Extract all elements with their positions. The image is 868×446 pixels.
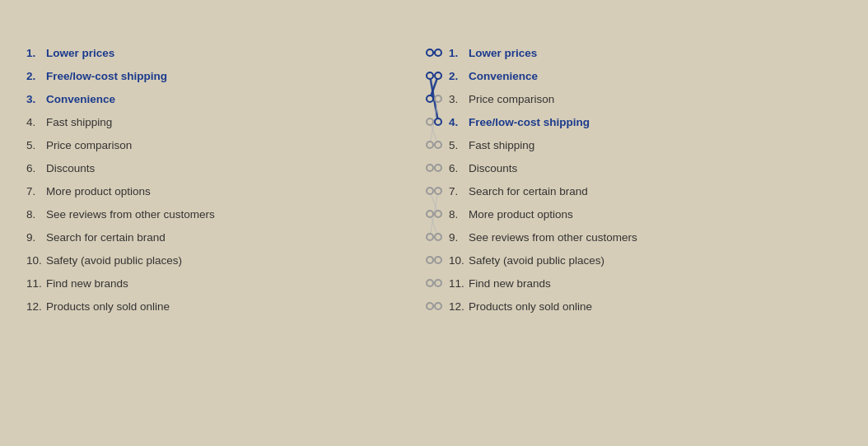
left-dot xyxy=(426,141,434,149)
list-item: 9.Search for certain brand xyxy=(26,225,434,249)
item-rank: 2. xyxy=(449,70,469,82)
item-rank: 6. xyxy=(449,162,469,174)
item-rank: 9. xyxy=(26,231,46,244)
item-rank: 10. xyxy=(449,254,469,267)
left-dot xyxy=(426,279,434,287)
list-item: 1.Lower prices xyxy=(26,41,434,64)
item-rank: 4. xyxy=(449,116,469,128)
item-label: Safety (avoid public places) xyxy=(46,254,419,267)
item-rank: 12. xyxy=(449,300,469,313)
item-label: Free/low-cost shipping xyxy=(469,116,842,128)
list-item: 4.Fast shipping xyxy=(26,110,434,133)
item-label: Safety (avoid public places) xyxy=(469,254,842,267)
list-item: 9.See reviews from other customers xyxy=(434,225,842,249)
item-label: More product options xyxy=(469,208,842,221)
item-rank: 3. xyxy=(26,93,46,105)
item-rank: 7. xyxy=(26,185,46,197)
list-item: 2.Free/low-cost shipping xyxy=(26,64,434,87)
list-item: 11.Find new brands xyxy=(434,272,842,295)
item-label: Free/low-cost shipping xyxy=(46,70,419,82)
item-label: Lower prices xyxy=(46,47,419,59)
left-list: 1.Lower prices2.Free/low-cost shipping3.… xyxy=(26,41,434,318)
list-item: 5.Fast shipping xyxy=(434,133,842,156)
list-item: 11.Find new brands xyxy=(26,272,434,295)
list-item: 5.Price comparison xyxy=(26,133,434,156)
right-dot xyxy=(434,187,442,195)
left-dot xyxy=(426,233,434,241)
item-label: Search for certain brand xyxy=(46,231,419,244)
list-item: 1.Lower prices xyxy=(434,41,842,64)
item-label: Find new brands xyxy=(46,277,419,290)
item-rank: 11. xyxy=(26,277,46,290)
list-item: 10.Safety (avoid public places) xyxy=(434,249,842,272)
right-dot xyxy=(434,141,442,149)
left-dot xyxy=(426,95,434,103)
item-label: Price comparison xyxy=(469,93,842,105)
left-dot xyxy=(426,72,434,80)
item-label: Fast shipping xyxy=(46,116,419,128)
right-dot xyxy=(434,95,442,103)
item-label: Lower prices xyxy=(469,47,842,59)
right-dot xyxy=(434,118,442,126)
list-item: 8.More product options xyxy=(434,202,842,225)
item-label: Search for certain brand xyxy=(469,185,842,197)
list-item: 4.Free/low-cost shipping xyxy=(434,110,842,133)
item-label: Discounts xyxy=(469,162,842,174)
item-rank: 1. xyxy=(26,47,46,59)
left-dot xyxy=(426,256,434,264)
item-label: Convenience xyxy=(469,70,842,82)
list-item: 7.Search for certain brand xyxy=(434,179,842,202)
item-label: Products only sold online xyxy=(469,300,842,313)
item-rank: 5. xyxy=(449,139,469,151)
item-label: Find new brands xyxy=(469,277,842,290)
left-dot xyxy=(426,118,434,126)
item-label: More product options xyxy=(46,185,419,197)
left-dot xyxy=(426,164,434,172)
item-rank: 2. xyxy=(26,70,46,82)
item-label: Price comparison xyxy=(46,139,419,151)
list-item: 3.Price comparison xyxy=(434,87,842,110)
item-label: See reviews from other customers xyxy=(469,231,842,244)
list-item: 6.Discounts xyxy=(434,156,842,179)
list-item: 6.Discounts xyxy=(26,156,434,179)
right-dot xyxy=(434,256,442,264)
left-dot xyxy=(426,302,434,310)
item-rank: 3. xyxy=(449,93,469,105)
item-rank: 10. xyxy=(26,254,46,267)
item-rank: 4. xyxy=(26,116,46,128)
list-item: 10.Safety (avoid public places) xyxy=(26,249,434,272)
item-rank: 12. xyxy=(26,300,46,313)
item-rank: 9. xyxy=(449,231,469,244)
right-dot xyxy=(434,49,442,57)
item-rank: 1. xyxy=(449,47,469,59)
right-list: 1.Lower prices2.Convenience3.Price compa… xyxy=(434,41,842,318)
item-label: Fast shipping xyxy=(469,139,842,151)
right-dot xyxy=(434,233,442,241)
item-rank: 7. xyxy=(449,185,469,197)
left-dot xyxy=(426,49,434,57)
right-dot xyxy=(434,279,442,287)
list-item: 12.Products only sold online xyxy=(434,295,842,318)
item-rank: 11. xyxy=(449,277,469,290)
list-item: 3.Convenience xyxy=(26,87,434,110)
item-label: See reviews from other customers xyxy=(46,208,419,221)
left-dot xyxy=(426,210,434,218)
list-item: 7.More product options xyxy=(26,179,434,202)
item-rank: 6. xyxy=(26,162,46,174)
chart-area: 1.Lower prices2.Free/low-cost shipping3.… xyxy=(26,41,842,318)
item-rank: 8. xyxy=(449,208,469,221)
right-dot xyxy=(434,302,442,310)
right-dot xyxy=(434,210,442,218)
left-dot xyxy=(426,187,434,195)
item-label: Products only sold online xyxy=(46,300,419,313)
list-item: 12.Products only sold online xyxy=(26,295,434,318)
list-item: 2.Convenience xyxy=(434,64,842,87)
item-label: Convenience xyxy=(46,93,419,105)
list-item: 8.See reviews from other customers xyxy=(26,202,434,225)
right-dot xyxy=(434,164,442,172)
item-label: Discounts xyxy=(46,162,419,174)
item-rank: 8. xyxy=(26,208,46,221)
item-rank: 5. xyxy=(26,139,46,151)
right-dot xyxy=(434,72,442,80)
